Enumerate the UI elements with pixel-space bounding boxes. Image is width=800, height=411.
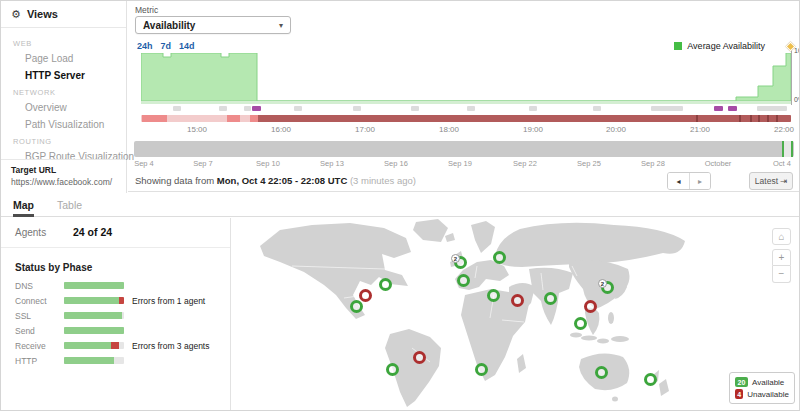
event-marker-gray[interactable] bbox=[651, 106, 683, 111]
time-range-links: 24h7d14d bbox=[137, 41, 195, 51]
map-java bbox=[581, 336, 597, 341]
agent-marker-green[interactable] bbox=[644, 373, 657, 386]
event-marker-gray[interactable] bbox=[593, 106, 601, 111]
agent-marker-green[interactable] bbox=[493, 251, 506, 264]
event-markers-row bbox=[141, 106, 791, 112]
timeline-nav-buttons: ◂ ▸ bbox=[667, 172, 711, 190]
event-marker-gray[interactable] bbox=[757, 106, 787, 111]
agent-marker-red[interactable] bbox=[359, 289, 372, 302]
home-icon[interactable]: ⌂ bbox=[772, 228, 791, 245]
event-marker-purple[interactable] bbox=[252, 106, 261, 111]
agent-marker-green[interactable] bbox=[475, 363, 488, 376]
nav-section-label: ROUTING bbox=[1, 133, 126, 148]
map-iceland bbox=[445, 233, 455, 242]
status-ago: (3 minutes ago) bbox=[347, 175, 416, 186]
time-tick-label: 18:00 bbox=[439, 125, 459, 134]
agent-marker-red[interactable] bbox=[584, 300, 597, 313]
agent-cluster-badge: 2 bbox=[598, 279, 607, 288]
agent-marker-red[interactable] bbox=[413, 351, 426, 364]
agent-marker-green[interactable] bbox=[457, 274, 470, 287]
event-marker-purple[interactable] bbox=[728, 106, 737, 111]
event-marker-gray[interactable] bbox=[467, 106, 475, 111]
map-philippines bbox=[608, 312, 614, 324]
agent-marker-green[interactable] bbox=[595, 366, 608, 379]
previous-round-button[interactable]: ◂ bbox=[668, 173, 689, 189]
agent-marker-green[interactable] bbox=[574, 317, 587, 330]
phase-bar bbox=[64, 357, 124, 364]
view-tabbar: MapTable bbox=[1, 193, 799, 217]
event-marker-gray[interactable] bbox=[353, 106, 361, 111]
phase-bar-success bbox=[64, 297, 119, 304]
event-marker-gray[interactable] bbox=[219, 106, 227, 111]
date-tick-label: Sep 7 bbox=[193, 159, 213, 168]
tab-table[interactable]: Table bbox=[57, 193, 82, 217]
event-marker-gray[interactable] bbox=[244, 106, 251, 111]
agent-marker-green[interactable] bbox=[487, 289, 500, 302]
sidebar-item-page-load[interactable]: Page Load bbox=[1, 50, 126, 67]
phase-bar-success bbox=[64, 312, 122, 319]
agent-marker-red[interactable] bbox=[511, 294, 524, 307]
map-scandinavia bbox=[471, 221, 495, 253]
phase-error-note: Errors from 1 agent bbox=[132, 296, 205, 306]
range-link-7d[interactable]: 7d bbox=[161, 41, 172, 51]
phase-name: DNS bbox=[15, 281, 33, 291]
agent-marker-green[interactable]: 2 bbox=[454, 256, 467, 269]
legend-count-badge: 20 bbox=[735, 377, 748, 387]
tab-map[interactable]: Map bbox=[13, 193, 34, 217]
agents-row: Agents 24 of 24 bbox=[1, 218, 230, 248]
event-marker-gray[interactable] bbox=[294, 106, 302, 111]
sidebar-item-path-visualization[interactable]: Path Visualization bbox=[1, 116, 126, 133]
status-bar: Showing data from Mon, Oct 4 22:05 - 22:… bbox=[128, 169, 799, 192]
map-north-america bbox=[260, 223, 411, 319]
agent-marker-green[interactable]: 2 bbox=[601, 281, 614, 294]
time-tick-label: 19:00 bbox=[523, 125, 543, 134]
phase-row-send: Send bbox=[1, 325, 231, 338]
phase-row-ssl: SSL bbox=[1, 310, 231, 323]
target-url-value[interactable]: https://www.facebook.com/ bbox=[11, 177, 116, 187]
range-link-14d[interactable]: 14d bbox=[179, 41, 195, 51]
skip-to-latest-icon: ⇥ bbox=[780, 176, 787, 186]
availability-strip bbox=[141, 101, 791, 104]
event-marker-gray[interactable] bbox=[411, 106, 419, 111]
event-marker-gray[interactable] bbox=[173, 106, 181, 111]
latest-button[interactable]: Latest ⇥ bbox=[749, 172, 793, 190]
sidebar-item-http-server[interactable]: HTTP Server bbox=[1, 67, 126, 84]
legend-label: Unavailable bbox=[747, 390, 789, 399]
agent-marker-green[interactable] bbox=[350, 300, 363, 313]
map-legend-row: 4Unavailable bbox=[735, 388, 789, 400]
views-nav: WEBPage LoadHTTP ServerNETWORKOverviewPa… bbox=[1, 28, 126, 165]
date-tick-label: Sep 25 bbox=[577, 159, 601, 168]
minimap-selection[interactable] bbox=[782, 141, 793, 157]
phase-bar-error bbox=[119, 297, 124, 304]
zoom-in-icon[interactable]: + bbox=[772, 249, 791, 266]
availability-chart[interactable] bbox=[141, 53, 791, 101]
phase-row-connect: ConnectErrors from 1 agent bbox=[1, 295, 231, 308]
time-axis: 15:0016:0017:0018:0019:0020:0021:0022:00 bbox=[141, 125, 791, 135]
phase-bar-error bbox=[111, 342, 119, 349]
phase-name: SSL bbox=[15, 311, 31, 321]
sidebar-item-overview[interactable]: Overview bbox=[1, 99, 126, 116]
map-sumatra bbox=[570, 333, 582, 338]
metric-dropdown[interactable]: Availability ▾ bbox=[135, 16, 291, 34]
agent-marker-green[interactable] bbox=[379, 278, 392, 291]
range-link-24h[interactable]: 24h bbox=[137, 41, 153, 51]
map-legend-row: 20Available bbox=[735, 376, 789, 388]
date-minimap[interactable] bbox=[134, 141, 794, 157]
legend-label: Average Availability bbox=[687, 41, 765, 51]
event-marker-purple[interactable] bbox=[714, 106, 723, 111]
date-tick-label: Sep 16 bbox=[384, 159, 408, 168]
error-timeline-bar[interactable] bbox=[141, 115, 791, 122]
time-tick-label: 22:00 bbox=[774, 125, 794, 134]
error-bar-segment bbox=[250, 115, 258, 122]
next-round-button[interactable]: ▸ bbox=[689, 173, 710, 189]
agent-marker-green[interactable] bbox=[544, 292, 557, 305]
phase-bar-success bbox=[64, 327, 124, 334]
zoom-out-icon[interactable]: − bbox=[772, 266, 791, 283]
error-bar-segment bbox=[142, 115, 167, 122]
chart-section: Metric Availability ▾ 24h7d14d Average A… bbox=[128, 1, 799, 193]
status-range: Mon, Oct 4 22:05 - 22:08 UTC bbox=[217, 175, 347, 186]
event-marker-gray[interactable] bbox=[529, 106, 537, 111]
date-axis: Sep 4Sep 7Sep 10Sep 13Sep 16Sep 19Sep 22… bbox=[134, 159, 794, 169]
agent-marker-green[interactable] bbox=[386, 363, 399, 376]
date-tick-label: Oct 4 bbox=[773, 159, 791, 168]
